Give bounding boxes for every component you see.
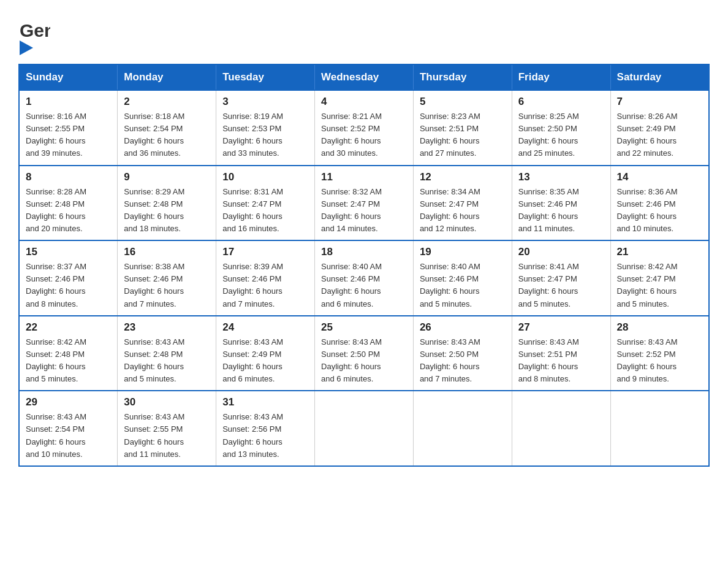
day-number: 13 (518, 171, 604, 183)
calendar-cell: 14Sunrise: 8:36 AMSunset: 2:46 PMDayligh… (610, 166, 709, 241)
day-number: 4 (321, 96, 407, 108)
day-info: Sunrise: 8:37 AMSunset: 2:46 PMDaylight:… (26, 261, 111, 310)
day-info: Sunrise: 8:43 AMSunset: 2:50 PMDaylight:… (321, 336, 407, 386)
day-number: 17 (222, 246, 308, 258)
calendar-cell: 7Sunrise: 8:26 AMSunset: 2:49 PMDaylight… (610, 90, 709, 166)
day-info: Sunrise: 8:23 AMSunset: 2:51 PMDaylight:… (420, 110, 506, 160)
day-info: Sunrise: 8:43 AMSunset: 2:55 PMDaylight:… (124, 411, 210, 461)
calendar-cell: 12Sunrise: 8:34 AMSunset: 2:47 PMDayligh… (413, 166, 512, 241)
day-number: 30 (124, 396, 210, 408)
calendar-table: SundayMondayTuesdayWednesdayThursdayFrid… (18, 64, 710, 467)
day-info: Sunrise: 8:26 AMSunset: 2:49 PMDaylight:… (617, 110, 702, 160)
day-info: Sunrise: 8:43 AMSunset: 2:49 PMDaylight:… (222, 336, 308, 386)
calendar-cell: 19Sunrise: 8:40 AMSunset: 2:46 PMDayligh… (413, 240, 512, 316)
day-number: 18 (321, 246, 407, 258)
page-header: General (18, 15, 710, 53)
day-info: Sunrise: 8:43 AMSunset: 2:48 PMDaylight:… (124, 336, 210, 386)
day-number: 21 (617, 246, 702, 258)
day-info: Sunrise: 8:43 AMSunset: 2:52 PMDaylight:… (617, 336, 702, 386)
day-number: 22 (26, 321, 111, 334)
day-number: 25 (321, 321, 407, 334)
logo-icon: General (18, 15, 50, 49)
day-number: 8 (26, 171, 111, 183)
day-info: Sunrise: 8:42 AMSunset: 2:48 PMDaylight:… (26, 336, 111, 386)
day-info: Sunrise: 8:40 AMSunset: 2:46 PMDaylight:… (420, 261, 506, 310)
day-number: 2 (124, 96, 210, 108)
day-info: Sunrise: 8:39 AMSunset: 2:46 PMDaylight:… (222, 261, 308, 310)
weekday-header-sunday: Sunday (19, 64, 118, 90)
weekday-header-wednesday: Wednesday (315, 64, 414, 90)
calendar-cell: 11Sunrise: 8:32 AMSunset: 2:47 PMDayligh… (315, 166, 414, 241)
day-number: 6 (518, 96, 604, 108)
calendar-cell: 27Sunrise: 8:43 AMSunset: 2:51 PMDayligh… (512, 316, 610, 391)
calendar-cell: 1Sunrise: 8:16 AMSunset: 2:55 PMDaylight… (19, 90, 118, 166)
calendar-cell: 3Sunrise: 8:19 AMSunset: 2:53 PMDaylight… (216, 90, 315, 166)
day-info: Sunrise: 8:25 AMSunset: 2:50 PMDaylight:… (518, 110, 604, 160)
calendar-cell (315, 391, 414, 466)
calendar-cell: 25Sunrise: 8:43 AMSunset: 2:50 PMDayligh… (315, 316, 414, 391)
calendar-cell: 2Sunrise: 8:18 AMSunset: 2:54 PMDaylight… (118, 90, 216, 166)
day-number: 7 (617, 96, 702, 108)
calendar-cell (610, 391, 709, 466)
week-row-5: 29Sunrise: 8:43 AMSunset: 2:54 PMDayligh… (19, 391, 709, 466)
day-info: Sunrise: 8:19 AMSunset: 2:53 PMDaylight:… (222, 110, 308, 160)
calendar-cell: 18Sunrise: 8:40 AMSunset: 2:46 PMDayligh… (315, 240, 414, 316)
calendar-cell: 4Sunrise: 8:21 AMSunset: 2:52 PMDaylight… (315, 90, 414, 166)
day-info: Sunrise: 8:43 AMSunset: 2:56 PMDaylight:… (222, 411, 308, 461)
day-number: 27 (518, 321, 604, 334)
day-info: Sunrise: 8:42 AMSunset: 2:47 PMDaylight:… (617, 261, 702, 310)
day-number: 24 (222, 321, 308, 334)
calendar-cell: 20Sunrise: 8:41 AMSunset: 2:47 PMDayligh… (512, 240, 610, 316)
day-number: 29 (26, 396, 111, 408)
weekday-header-friday: Friday (512, 64, 610, 90)
day-number: 31 (222, 396, 308, 408)
day-number: 20 (518, 246, 604, 258)
calendar-cell: 23Sunrise: 8:43 AMSunset: 2:48 PMDayligh… (118, 316, 216, 391)
day-number: 19 (420, 246, 506, 258)
calendar-cell: 28Sunrise: 8:43 AMSunset: 2:52 PMDayligh… (610, 316, 709, 391)
weekday-header-saturday: Saturday (610, 64, 709, 90)
logo: General (18, 15, 53, 53)
calendar-cell: 16Sunrise: 8:38 AMSunset: 2:46 PMDayligh… (118, 240, 216, 316)
day-number: 14 (617, 171, 702, 183)
calendar-cell: 30Sunrise: 8:43 AMSunset: 2:55 PMDayligh… (118, 391, 216, 466)
day-number: 28 (617, 321, 702, 334)
calendar-cell: 6Sunrise: 8:25 AMSunset: 2:50 PMDaylight… (512, 90, 610, 166)
calendar-cell: 9Sunrise: 8:29 AMSunset: 2:48 PMDaylight… (118, 166, 216, 241)
day-info: Sunrise: 8:29 AMSunset: 2:48 PMDaylight:… (124, 186, 210, 236)
calendar-cell (512, 391, 610, 466)
day-info: Sunrise: 8:36 AMSunset: 2:46 PMDaylight:… (617, 186, 702, 236)
day-number: 10 (222, 171, 308, 183)
day-number: 11 (321, 171, 407, 183)
day-info: Sunrise: 8:43 AMSunset: 2:51 PMDaylight:… (518, 336, 604, 386)
day-info: Sunrise: 8:35 AMSunset: 2:46 PMDaylight:… (518, 186, 604, 236)
day-info: Sunrise: 8:43 AMSunset: 2:54 PMDaylight:… (26, 411, 111, 461)
weekday-header-tuesday: Tuesday (216, 64, 315, 90)
calendar-cell: 31Sunrise: 8:43 AMSunset: 2:56 PMDayligh… (216, 391, 315, 466)
calendar-cell: 26Sunrise: 8:43 AMSunset: 2:50 PMDayligh… (413, 316, 512, 391)
calendar-cell: 17Sunrise: 8:39 AMSunset: 2:46 PMDayligh… (216, 240, 315, 316)
svg-text:General: General (20, 20, 50, 40)
day-number: 3 (222, 96, 308, 108)
week-row-2: 8Sunrise: 8:28 AMSunset: 2:48 PMDaylight… (19, 166, 709, 241)
day-info: Sunrise: 8:16 AMSunset: 2:55 PMDaylight:… (26, 110, 111, 160)
weekday-header-row: SundayMondayTuesdayWednesdayThursdayFrid… (19, 64, 709, 90)
calendar-cell: 10Sunrise: 8:31 AMSunset: 2:47 PMDayligh… (216, 166, 315, 241)
day-number: 16 (124, 246, 210, 258)
day-info: Sunrise: 8:41 AMSunset: 2:47 PMDaylight:… (518, 261, 604, 310)
calendar-cell: 24Sunrise: 8:43 AMSunset: 2:49 PMDayligh… (216, 316, 315, 391)
week-row-4: 22Sunrise: 8:42 AMSunset: 2:48 PMDayligh… (19, 316, 709, 391)
calendar-cell: 15Sunrise: 8:37 AMSunset: 2:46 PMDayligh… (19, 240, 118, 316)
day-number: 5 (420, 96, 506, 108)
calendar-cell: 21Sunrise: 8:42 AMSunset: 2:47 PMDayligh… (610, 240, 709, 316)
calendar-cell: 13Sunrise: 8:35 AMSunset: 2:46 PMDayligh… (512, 166, 610, 241)
day-number: 26 (420, 321, 506, 334)
calendar-cell: 22Sunrise: 8:42 AMSunset: 2:48 PMDayligh… (19, 316, 118, 391)
day-number: 12 (420, 171, 506, 183)
day-info: Sunrise: 8:40 AMSunset: 2:46 PMDaylight:… (321, 261, 407, 310)
day-number: 1 (26, 96, 111, 108)
week-row-3: 15Sunrise: 8:37 AMSunset: 2:46 PMDayligh… (19, 240, 709, 316)
day-number: 15 (26, 246, 111, 258)
day-info: Sunrise: 8:38 AMSunset: 2:46 PMDaylight:… (124, 261, 210, 310)
calendar-cell: 29Sunrise: 8:43 AMSunset: 2:54 PMDayligh… (19, 391, 118, 466)
